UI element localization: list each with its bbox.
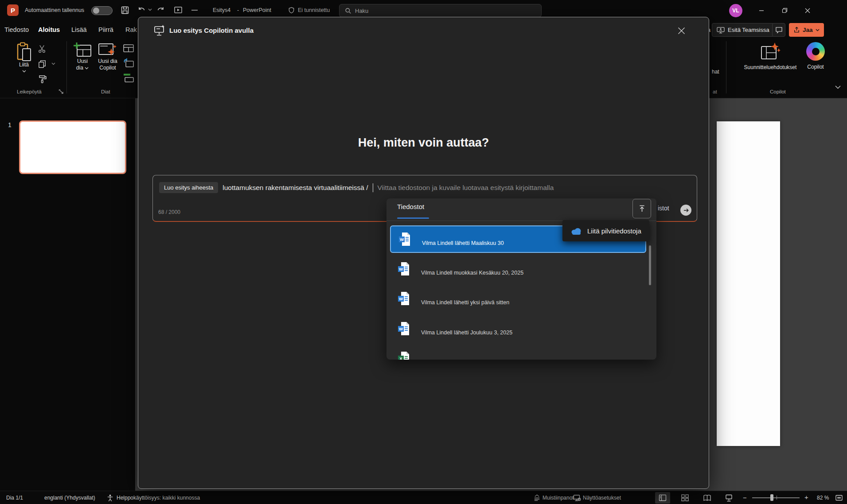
new-slide-icon <box>71 42 94 58</box>
present-in-teams-button[interactable]: Esitä Teamsissa <box>712 23 774 37</box>
file-row[interactable]: X <box>390 345 646 360</box>
file-row[interactable]: W Vilma Lindell muokkasi Kesäkuu 20, 202… <box>390 255 646 283</box>
close-window-button[interactable] <box>797 0 818 21</box>
tab-piirra[interactable]: Piirrä <box>98 26 113 33</box>
slide-thumbnail-panel: 1 <box>0 98 135 491</box>
designer-label: Suunnitteluehdotukset <box>730 64 811 71</box>
paste-button[interactable]: Liitä <box>11 42 37 73</box>
upload-file-button[interactable] <box>632 199 651 218</box>
word-file-icon: W <box>398 291 410 306</box>
normal-view-button[interactable] <box>655 492 670 504</box>
copy-icon[interactable] <box>38 60 47 68</box>
new-slide-button[interactable]: Uusi dia <box>71 42 94 71</box>
language-indicator[interactable]: englanti (Yhdysvallat) <box>44 495 95 501</box>
paste-dropdown-icon <box>11 70 37 73</box>
restore-button[interactable] <box>774 0 795 21</box>
reset-slide-icon[interactable] <box>123 58 134 68</box>
tooltip-label: Liitä pilvitiedostoja <box>587 227 641 235</box>
autosave-toggle[interactable] <box>91 6 113 15</box>
send-button[interactable] <box>680 205 691 216</box>
svg-text:W: W <box>399 326 403 331</box>
app-name: PowerPoint <box>243 7 271 13</box>
zoom-in-button[interactable]: + <box>804 493 808 501</box>
minimize-button[interactable] <box>751 0 772 21</box>
slide-thumbnail[interactable] <box>19 120 126 174</box>
clipboard-icon <box>11 42 37 62</box>
cloud-files-tooltip: Liitä pilvitiedostoja <box>562 220 649 241</box>
reading-view-button[interactable] <box>699 492 714 504</box>
greeting-heading: Hei, miten voin auttaa? <box>138 136 709 150</box>
comments-button[interactable] <box>772 23 785 37</box>
clipboard-dialog-launcher-icon[interactable] <box>59 89 64 94</box>
file-row[interactable]: W Vilma Lindell lähetti Joulukuu 3, 2025 <box>390 315 646 342</box>
ribbon-separator <box>726 41 726 93</box>
file-row[interactable]: W Vilma Lindell lähetti yksi päivä sitte… <box>390 285 646 312</box>
prompt-chip[interactable]: Luo esitys aiheesta <box>159 182 218 193</box>
teams-present-icon <box>717 27 725 34</box>
slideshow-view-button[interactable] <box>721 492 736 504</box>
zoom-out-button[interactable]: − <box>743 494 747 501</box>
tab-aloitus[interactable]: Aloitus <box>38 26 60 33</box>
undo-dropdown-icon[interactable] <box>148 8 152 11</box>
file-subtitle: Vilma Lindell lähetti yksi päivä sitten <box>421 291 509 306</box>
avatar[interactable]: VL <box>729 4 742 17</box>
search-input[interactable]: Haku <box>339 4 542 17</box>
tab-tiedosto[interactable]: Tiedosto <box>4 26 29 33</box>
share-icon <box>793 27 800 33</box>
dropdown-scrollbar[interactable] <box>649 245 651 285</box>
copy-dropdown-icon[interactable] <box>51 62 55 65</box>
collapse-ribbon-icon[interactable] <box>835 85 841 89</box>
fit-slide-to-window-icon[interactable] <box>835 494 843 501</box>
section-icon[interactable] <box>123 73 134 83</box>
sensitivity-shield-icon[interactable] <box>288 7 295 14</box>
autosave-label: Automaattinen tallennus <box>25 7 84 13</box>
accessibility-status[interactable]: Helppokäyttöisyys: kaikki kunnossa <box>117 495 200 501</box>
copilot-button[interactable]: Copilot <box>801 42 830 70</box>
slide-sorter-view-button[interactable] <box>677 492 692 504</box>
redo-icon[interactable] <box>156 6 165 15</box>
slides-group-label: Diat <box>101 89 110 94</box>
svg-text:W: W <box>400 237 404 242</box>
notes-button[interactable]: Muistiinpanot <box>543 495 574 501</box>
qat-overflow-icon[interactable] <box>191 10 198 11</box>
powerpoint-window: P Automaattinen tallennus Esitys4 - Powe… <box>0 0 847 504</box>
copilot-create-dialog: Luo esitys Copilotin avulla Hei, miten v… <box>138 17 709 489</box>
toggle-knob <box>93 8 99 14</box>
svg-text:W: W <box>399 267 403 271</box>
share-button[interactable]: Jaa <box>789 23 824 37</box>
start-slideshow-icon[interactable] <box>174 6 183 15</box>
tab-lisaa[interactable]: Lisää <box>71 26 87 33</box>
accessibility-icon <box>106 494 114 502</box>
file-subtitle: Vilma Lindell lähetti Joulukuu 3, 2025 <box>421 322 512 336</box>
dialog-close-button[interactable] <box>675 24 687 37</box>
arrow-right-icon <box>683 207 689 213</box>
zoom-level[interactable]: 82 % <box>817 495 829 501</box>
display-settings-icon <box>573 494 581 502</box>
slide-layout-icon[interactable] <box>123 44 134 53</box>
title-separator: - <box>237 7 239 13</box>
zoom-slider-center-tick <box>777 496 777 500</box>
slide-canvas[interactable] <box>717 121 780 446</box>
comment-icon <box>775 27 783 34</box>
share-dropdown-icon <box>816 29 820 31</box>
files-tab[interactable]: Tiedostot <box>397 203 424 210</box>
paste-label: Liitä <box>11 62 37 68</box>
slide-indicator[interactable]: Dia 1/1 <box>6 495 23 501</box>
ribbon-separator <box>66 41 67 93</box>
share-label: Jaa <box>803 27 813 33</box>
format-painter-icon[interactable] <box>38 75 47 84</box>
designer-icon <box>730 42 811 62</box>
cut-icon[interactable] <box>38 45 47 53</box>
new-slide-copilot-button[interactable]: Uusi dia Copilot <box>95 42 121 71</box>
zoom-slider-thumb[interactable] <box>770 494 773 501</box>
tab-rakenne-clipped[interactable]: Rak <box>125 26 137 33</box>
save-icon[interactable] <box>121 6 129 15</box>
zoom-slider-track[interactable] <box>752 497 800 498</box>
svg-text:X: X <box>399 356 402 360</box>
designer-button[interactable]: Suunnitteluehdotukset <box>730 42 811 71</box>
display-settings-button[interactable]: Näyttöasetukset <box>583 495 621 501</box>
undo-icon[interactable] <box>137 6 146 15</box>
new-slide-copilot-label-2: Copilot <box>99 65 116 71</box>
powerpoint-logo-icon[interactable]: P <box>7 4 19 16</box>
upload-icon <box>638 204 646 213</box>
